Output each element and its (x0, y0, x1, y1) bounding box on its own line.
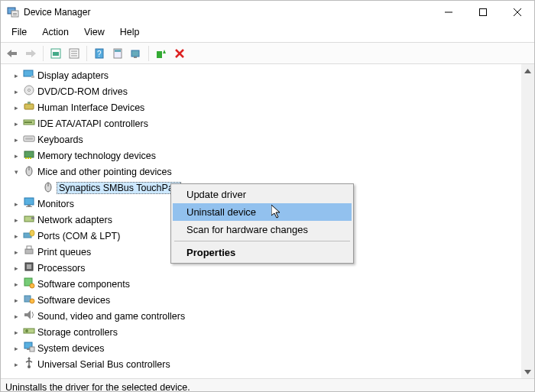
monitor-icon (23, 196, 35, 211)
expand-icon[interactable]: ▸ (11, 103, 21, 112)
monitor-card-icon (23, 68, 35, 83)
ctx-update-driver[interactable]: Update driver (173, 186, 352, 203)
tree-item-label: System devices (37, 343, 105, 354)
expand-icon[interactable]: ▸ (11, 232, 21, 241)
tree-view[interactable]: ▸Display adapters▸DVD/CD-ROM drives▸Huma… (1, 64, 534, 379)
svg-rect-31 (28, 102, 31, 104)
tree-item-label: Human Interface Devices (37, 102, 144, 113)
svg-marker-68 (524, 69, 531, 73)
tree-item-label: Monitors (37, 199, 74, 209)
tree-item[interactable]: ▾Mice and other pointing devices (11, 164, 534, 180)
toolbar: ? (1, 43, 534, 64)
tree-item[interactable]: ▸Software devices (11, 292, 534, 308)
menu-file[interactable]: File (5, 25, 33, 39)
svg-rect-27 (31, 76, 34, 78)
tree-item[interactable]: ▸Human Interface Devices (11, 99, 534, 115)
tree-item[interactable]: ▸Universal Serial Bus controllers (11, 356, 534, 372)
properties-button[interactable] (66, 45, 83, 62)
tree-item[interactable]: ▸Storage controllers (11, 324, 534, 340)
collapse-icon[interactable]: ▾ (11, 167, 21, 177)
expand-icon[interactable]: ▸ (11, 344, 21, 353)
titlebar: Device Manager (1, 1, 534, 24)
tree-item-label: DVD/CD-ROM drives (37, 86, 128, 97)
scan-hardware-button[interactable] (128, 45, 144, 62)
svg-rect-3 (13, 15, 17, 15)
svg-marker-23 (163, 50, 166, 53)
scroll-up-button[interactable] (521, 64, 534, 77)
printer-icon (23, 245, 35, 259)
close-button[interactable] (500, 1, 534, 24)
tree-item-label: Software components (37, 279, 130, 290)
expand-icon[interactable]: ▸ (11, 280, 21, 289)
toolbar-separator (86, 46, 87, 61)
menu-view[interactable]: View (78, 25, 111, 39)
menu-help[interactable]: Help (114, 25, 146, 39)
expand-icon[interactable]: ▸ (11, 199, 21, 209)
tree-item[interactable]: ▸System devices (11, 340, 534, 356)
svg-rect-30 (24, 104, 34, 109)
toolbar-separator (43, 46, 44, 61)
tree-item[interactable]: ▸IDE ATA/ATAPI controllers (11, 115, 534, 131)
forward-button[interactable] (22, 45, 39, 62)
expand-icon[interactable]: ▸ (11, 119, 21, 128)
expand-icon[interactable]: ▸ (11, 71, 21, 80)
tree-item-label: IDE ATA/ATAPI controllers (37, 118, 148, 129)
usb-icon (23, 357, 35, 371)
back-button[interactable] (4, 45, 21, 62)
svg-rect-51 (25, 249, 33, 254)
expand-icon[interactable]: ▸ (11, 87, 21, 96)
svg-rect-44 (24, 198, 34, 205)
minimize-button[interactable] (431, 1, 465, 24)
context-menu: Update driver Uninstall device Scan for … (170, 183, 354, 264)
svg-rect-33 (24, 121, 32, 123)
scroll-down-button[interactable] (521, 365, 534, 378)
system-icon (23, 341, 35, 355)
ctx-uninstall-device[interactable]: Uninstall device (173, 203, 352, 221)
svg-marker-9 (26, 50, 36, 57)
maximize-button[interactable] (465, 1, 500, 24)
ports-icon (23, 228, 35, 243)
tree-item[interactable]: ▸Software components (11, 276, 534, 292)
expand-icon[interactable]: ▸ (11, 328, 21, 337)
expand-icon[interactable]: ▸ (11, 312, 21, 321)
expand-icon[interactable]: ▸ (11, 248, 21, 257)
update-driver-button[interactable] (109, 45, 126, 62)
enable-device-button[interactable] (153, 45, 170, 62)
tree-item-label: Universal Serial Bus controllers (37, 359, 170, 370)
expand-icon[interactable]: ▸ (11, 296, 21, 305)
vertical-scrollbar[interactable] (521, 64, 534, 378)
expand-icon[interactable]: ▸ (11, 360, 21, 369)
tree-item[interactable]: ▸Display adapters (11, 67, 534, 83)
tree-item-label: Network adapters (37, 215, 112, 225)
show-hidden-button[interactable] (47, 45, 64, 62)
tree-item[interactable]: ▸Memory technology devices (11, 147, 534, 164)
expand-icon[interactable]: ▸ (11, 215, 21, 225)
disc-icon (23, 84, 35, 99)
expand-icon[interactable]: ▸ (11, 151, 21, 160)
tree-item[interactable]: ▸Keyboards (11, 131, 534, 147)
tree-item-label: Print queues (37, 247, 91, 258)
ctx-scan-hardware[interactable]: Scan for hardware changes (173, 221, 352, 238)
software-dev-icon (23, 293, 35, 307)
svg-rect-35 (25, 138, 33, 140)
scroll-track[interactable] (521, 77, 534, 365)
svg-rect-19 (115, 50, 121, 52)
menu-action[interactable]: Action (36, 25, 75, 39)
ide-icon (23, 116, 35, 131)
expand-icon[interactable]: ▸ (11, 135, 21, 144)
svg-rect-2 (13, 13, 17, 14)
memory-icon (23, 148, 35, 163)
svg-rect-37 (25, 157, 27, 159)
expand-icon[interactable]: ▸ (11, 264, 21, 273)
window-title: Device Manager (24, 7, 431, 18)
svg-rect-38 (28, 157, 29, 159)
svg-rect-36 (24, 151, 34, 157)
tree-item[interactable]: ▸DVD/CD-ROM drives (11, 83, 534, 99)
tree-item-label: Mice and other pointing devices (37, 167, 172, 177)
tree-item[interactable]: ▸Sound, video and game controllers (11, 308, 534, 324)
uninstall-device-button[interactable] (171, 45, 188, 62)
svg-point-65 (28, 365, 31, 368)
help-button[interactable]: ? (91, 45, 108, 62)
status-text: Uninstalls the driver for the selected d… (5, 382, 190, 392)
ctx-properties[interactable]: Properties (173, 244, 352, 261)
